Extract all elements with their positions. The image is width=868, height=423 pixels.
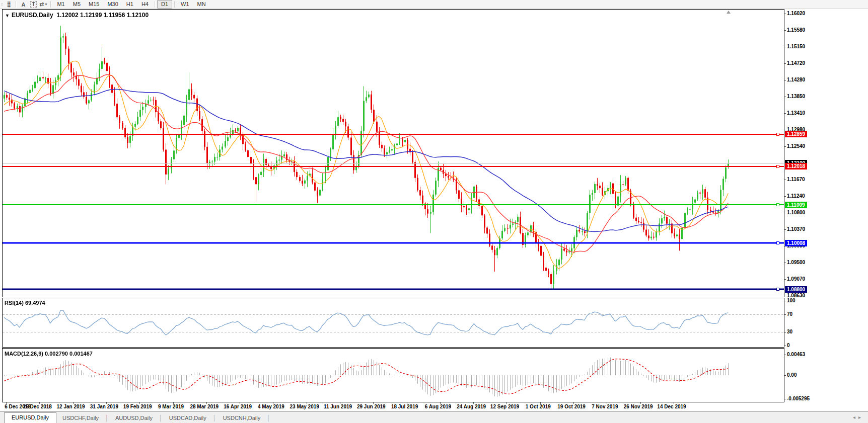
price-tick-label: 1.14280 — [787, 77, 805, 82]
date-tick-label: 25 Dec 2018 — [20, 404, 55, 409]
price-tick-label: 1.15580 — [787, 27, 805, 33]
axis-tick-mark — [784, 263, 786, 263]
date-tick-label: 26 Nov 2019 — [621, 404, 656, 409]
tab-scroll-arrows[interactable]: ◂▸ — [853, 414, 864, 420]
ohlc-quote-line: 1.12002 1.12199 1.11956 1.12100 — [56, 12, 149, 19]
tab-divider: │ — [105, 415, 109, 421]
timeframe-m30[interactable]: M30 — [103, 0, 122, 9]
price-tick-label: 1.10370 — [787, 226, 805, 232]
mt4-window: ⁞⁞ ⣿ A T ⇄▼ M1M5M15M30H1H4D1W1MN ▼EURUSD… — [0, 0, 868, 423]
date-tick-label: 23 May 2019 — [287, 404, 322, 409]
tab-divider: │ — [159, 415, 163, 421]
chart-title: ▼EURUSD,Daily 1.12002 1.12199 1.11956 1.… — [5, 12, 149, 19]
axis-tick-mark — [784, 30, 786, 31]
date-tick-label: 31 Jan 2019 — [87, 404, 122, 409]
price-tick-label: 1.13410 — [787, 110, 805, 116]
rsi-tick-label: 100 — [787, 298, 795, 303]
price-tick-label: 1.10800 — [787, 210, 805, 215]
date-tick-label: 29 Jun 2019 — [353, 404, 389, 409]
price-tick-label: 1.09070 — [787, 276, 805, 282]
tab-eurusd[interactable]: EURUSD,Daily — [4, 412, 56, 423]
rsi-canvas[interactable] — [3, 298, 784, 347]
axis-tick-mark — [784, 97, 786, 97]
rsi-tick-label: 30 — [787, 329, 792, 334]
date-tick-label: 4 May 2019 — [253, 404, 288, 409]
date-tick-label: 11 Jun 2019 — [320, 404, 355, 409]
timeframe-w1[interactable]: W1 — [177, 0, 193, 9]
toolbar-separator — [50, 1, 51, 8]
price-badge: 1.08800 — [785, 286, 807, 293]
text-tool-icon[interactable]: T — [29, 1, 38, 8]
price-badge: 1.11009 — [785, 202, 807, 208]
chart-tab-bar: EURUSD,DailyUSDCHF,Daily│AUDUSD,Daily│US… — [0, 411, 868, 423]
cycle-arrows-icon[interactable]: ⇄▼ — [39, 1, 48, 8]
macd-label: MACD(12,26,9) 0.002790 0.001467 — [5, 351, 93, 357]
date-tick-label: 19 Oct 2019 — [554, 404, 589, 409]
axis-tick-mark — [784, 196, 786, 197]
toolbar-separator — [16, 1, 16, 8]
price-tick-label: 1.14720 — [787, 60, 805, 66]
tab-usdcnh[interactable]: USDCNH,Daily — [217, 413, 267, 422]
price-tick-label: 1.16020 — [787, 11, 805, 16]
axis-tick-mark — [784, 14, 786, 14]
axis-tick-mark — [784, 296, 786, 296]
macd-canvas[interactable] — [3, 349, 784, 402]
axis-tick-mark — [784, 130, 786, 130]
macd-tick-label: 0.00 — [787, 372, 797, 378]
axis-tick-mark — [784, 399, 786, 399]
main-chart-canvas[interactable] — [3, 10, 784, 297]
tab-usdcad[interactable]: USDCAD,Daily — [163, 413, 212, 422]
rsi-tick-label: 0 — [787, 343, 790, 348]
date-axis[interactable]: 6 Dec 201825 Dec 201812 Jan 201931 Jan 2… — [2, 402, 784, 411]
axis-tick-mark — [784, 279, 786, 280]
top-toolbar: ⁞⁞ ⣿ A T ⇄▼ M1M5M15M30H1H4D1W1MN — [0, 0, 868, 9]
toolbar-drag-handle[interactable]: ⁞⁞ — [1, 2, 2, 7]
price-tick-label: 1.09500 — [787, 260, 805, 265]
macd-tick-label: 0.00463 — [787, 352, 805, 357]
axis-tick-mark — [784, 332, 786, 332]
date-tick-label: 1 Oct 2019 — [521, 404, 556, 409]
symbol-label: EURUSD,Daily — [12, 12, 53, 19]
axis-tick-mark — [784, 180, 786, 180]
text-label-icon[interactable]: A — [19, 1, 28, 8]
collapse-triangle-icon[interactable]: ▼ — [5, 13, 10, 18]
timeframe-m15[interactable]: M15 — [85, 0, 103, 9]
price-tick-label: 1.12540 — [787, 143, 805, 149]
date-tick-label: 19 Feb 2019 — [120, 404, 155, 409]
indicators-grid-icon[interactable]: ⣿ — [4, 1, 13, 8]
timeframe-m1[interactable]: M1 — [53, 0, 68, 9]
tab-divider: │ — [213, 415, 216, 421]
date-tick-label: 12 Jan 2019 — [53, 404, 89, 409]
price-badge: 1.10008 — [785, 240, 807, 246]
timeframe-d1[interactable]: D1 — [157, 0, 172, 9]
rsi-label: RSI(14) 69.4974 — [5, 300, 45, 306]
dropdown-caret-icon[interactable]: ▼ — [44, 3, 48, 6]
date-tick-label: 28 Mar 2019 — [187, 404, 222, 409]
axis-tick-mark — [784, 113, 786, 114]
price-badge: 1.12018 — [785, 163, 807, 170]
price-tick-label: 1.11240 — [787, 193, 805, 199]
date-tick-label: 7 Nov 2019 — [587, 404, 622, 409]
tab-audusd[interactable]: AUDUSD,Daily — [109, 413, 159, 422]
price-tick-label: 1.15150 — [787, 44, 805, 49]
axis-tick-mark — [784, 47, 786, 47]
date-tick-label: 6 Aug 2019 — [420, 404, 456, 409]
timeframe-buttons: M1M5M15M30H1H4D1W1MN — [53, 0, 209, 9]
axis-tick-mark — [784, 63, 786, 64]
date-tick-label: 24 Aug 2019 — [454, 404, 489, 409]
tab-divider: │ — [267, 415, 270, 421]
timeframe-mn[interactable]: MN — [193, 0, 210, 9]
price-tick-label: 1.11670 — [787, 177, 805, 182]
toolbar-separator — [174, 1, 175, 8]
timeframe-h4[interactable]: H4 — [137, 0, 153, 9]
date-tick-label: 9 Mar 2019 — [154, 404, 189, 409]
timeframe-m5[interactable]: M5 — [69, 0, 85, 9]
axis-tick-mark — [784, 80, 786, 80]
date-tick-label: 14 Dec 2019 — [654, 404, 689, 409]
axis-tick-mark — [784, 314, 786, 315]
timeframe-h1[interactable]: H1 — [122, 0, 137, 9]
axis-tick-mark — [784, 146, 786, 147]
tab-usdchf[interactable]: USDCHF,Daily — [56, 413, 105, 422]
axis-tick-mark — [784, 346, 786, 346]
price-badge: 1.12859 — [785, 131, 807, 137]
